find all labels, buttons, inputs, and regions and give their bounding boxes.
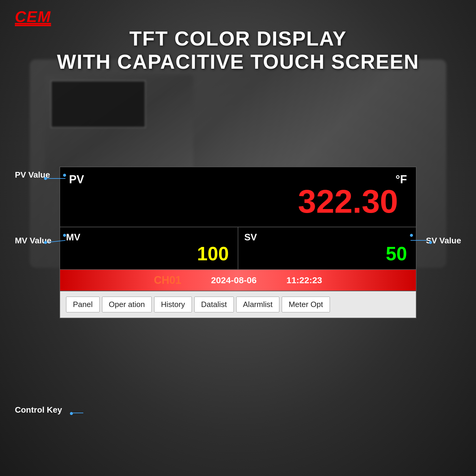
annotation-mv-value: MV Value — [15, 236, 51, 245]
device-screen-sim — [51, 80, 146, 128]
channel-bar: CH01 2024-08-06 11:22:23 — [60, 270, 416, 291]
headline-line1: TFT COLOR DISPLAY — [0, 27, 476, 50]
display-panel: PV °F 322.30 MV 100 SV 50 CH01 2024-08-0… — [60, 167, 416, 318]
sv-value: 50 — [244, 243, 410, 265]
annotation-sv-value: SV Value — [426, 236, 461, 245]
annotation-control-key: Control Key — [15, 405, 62, 415]
control-bar: Panel Oper ation History Datalist Alarml… — [60, 291, 416, 318]
mv-label: MV — [66, 232, 232, 243]
date-display: 2024-08-06 — [211, 275, 256, 285]
pv-indicator-dot — [63, 174, 66, 177]
mv-sv-section: MV 100 SV 50 — [60, 227, 416, 270]
history-button[interactable]: History — [154, 297, 192, 312]
mv-value: 100 — [66, 243, 232, 265]
pv-value: 322.30 — [69, 173, 407, 218]
panel-button[interactable]: Panel — [66, 297, 100, 312]
meter-opt-button[interactable]: Meter Opt — [282, 297, 330, 312]
pv-label: PV — [69, 173, 84, 186]
channel-id: CH01 — [154, 274, 181, 286]
pv-section: PV °F 322.30 — [60, 167, 416, 227]
operation-button[interactable]: Oper ation — [102, 297, 152, 312]
mv-value-dot — [44, 241, 47, 244]
alarmlist-button[interactable]: Alarmlist — [236, 297, 280, 312]
datalist-button[interactable]: Datalist — [194, 297, 234, 312]
unit-label: °F — [396, 173, 407, 186]
mv-indicator-dot — [63, 234, 66, 237]
cem-logo-text: CEM — [15, 8, 51, 25]
sv-indicator-dot — [410, 234, 413, 237]
headline-block: TFT COLOR DISPLAY WITH CAPACITIVE TOUCH … — [0, 27, 476, 73]
sv-box: SV 50 — [238, 227, 416, 269]
sv-label: SV — [244, 232, 410, 243]
pv-value-dot — [44, 177, 47, 180]
headline-line2: WITH CAPACITIVE TOUCH SCREEN — [0, 50, 476, 73]
cem-logo: CEM — [15, 9, 51, 24]
control-key-dot — [70, 412, 73, 415]
mv-box: MV 100 — [60, 227, 238, 269]
sv-value-dot — [429, 241, 432, 244]
time-display: 11:22:23 — [286, 275, 322, 285]
